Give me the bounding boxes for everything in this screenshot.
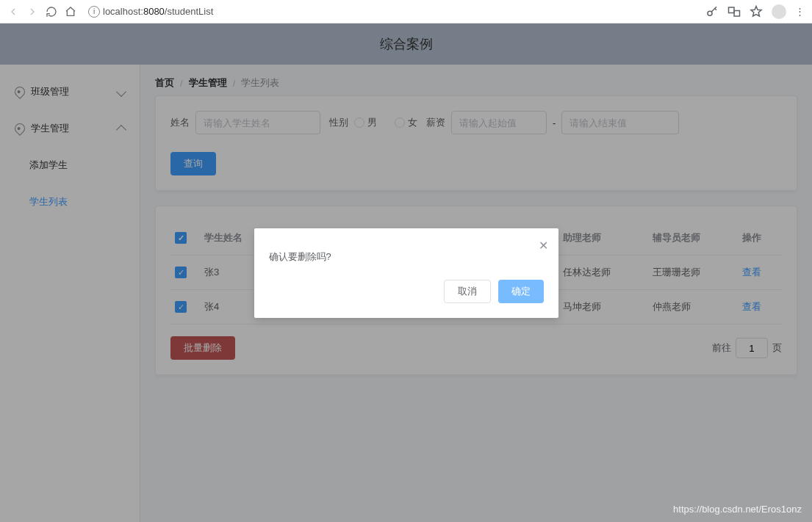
- svg-rect-1: [729, 7, 735, 13]
- reload-icon[interactable]: [44, 4, 59, 19]
- browser-toolbar: i localhost:8080/studentList ⋮: [0, 0, 812, 23]
- confirm-dialog: ✕ 确认要删除吗? 取消 确定: [254, 228, 558, 318]
- close-icon[interactable]: ✕: [539, 239, 548, 253]
- browser-right-icons: ⋮: [705, 4, 806, 19]
- menu-icon[interactable]: ⋮: [795, 6, 806, 17]
- star-icon[interactable]: [750, 5, 763, 18]
- forward-icon[interactable]: [25, 4, 40, 19]
- dialog-message: 确认要删除吗?: [254, 228, 558, 272]
- svg-point-0: [708, 11, 712, 15]
- svg-rect-2: [734, 10, 740, 16]
- app-root: 综合案例 班级管理 学生管理 添加学生 学生列表 首页 / 学生管理 / 学生列…: [0, 23, 812, 522]
- cancel-button[interactable]: 取消: [444, 280, 491, 303]
- translate-icon[interactable]: [727, 5, 741, 18]
- address-bar[interactable]: i localhost:8080/studentList: [82, 6, 701, 18]
- ok-button[interactable]: 确定: [498, 280, 544, 303]
- url-text: localhost:8080/studentList: [103, 6, 213, 17]
- watermark-text: https://blog.csdn.net/Eros1onz: [673, 504, 802, 515]
- profile-avatar[interactable]: [772, 4, 786, 19]
- home-icon[interactable]: [63, 4, 78, 19]
- back-icon[interactable]: [6, 4, 21, 19]
- key-icon[interactable]: [705, 5, 719, 18]
- site-info-icon[interactable]: i: [88, 6, 100, 18]
